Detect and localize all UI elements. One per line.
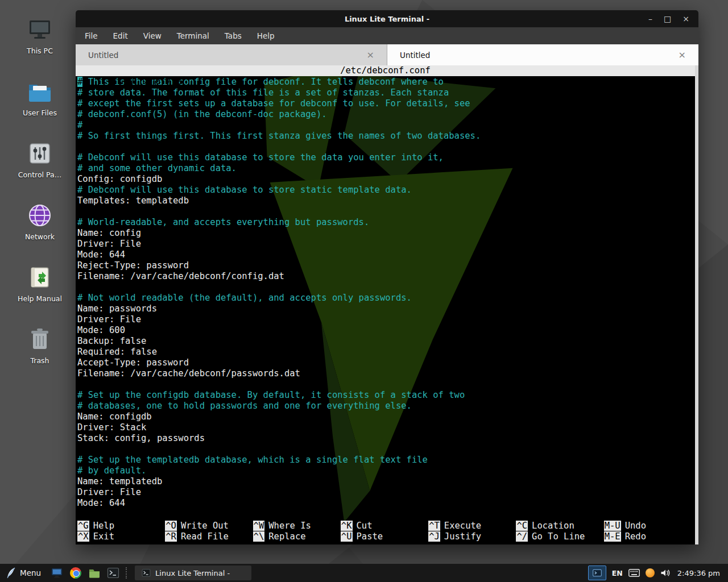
taskbar-clock[interactable]: 2:49:36 pm xyxy=(676,569,723,577)
window-titlebar[interactable]: Linux Lite Terminal - – □ × xyxy=(76,10,698,27)
terminal-text-line: Mode: 600 xyxy=(77,325,698,336)
terminal-text-line: # debconf.conf(5) (in the debconf-doc pa… xyxy=(77,109,698,120)
taskbar-separator-handle[interactable] xyxy=(126,567,129,579)
shortcut-label: Help xyxy=(93,521,114,531)
nano-shortcut[interactable]: ^OWrite Out xyxy=(165,521,253,531)
menu-item[interactable]: View xyxy=(143,31,162,40)
task-button-label: Linux Lite Terminal - xyxy=(155,569,230,577)
nano-shortcut[interactable]: ^TExecute xyxy=(428,521,516,531)
terminal-text-line xyxy=(77,142,698,152)
keyboard-icon[interactable] xyxy=(628,569,640,577)
display-launcher-icon[interactable] xyxy=(50,566,64,580)
terminal-scrollbar[interactable] xyxy=(695,65,698,544)
desktop-icon-label: Control Pa… xyxy=(18,171,61,179)
shortcut-key: M-U xyxy=(604,521,621,531)
window-title: Linux Lite Terminal - xyxy=(76,15,698,23)
nano-buffer: # This is the main config file for debco… xyxy=(76,76,698,509)
terminal-text-line: # Set up the templatedb database, which … xyxy=(77,455,698,465)
desktop-icon-help-manual[interactable]: Help Manual xyxy=(10,264,69,303)
linux-lite-feather-icon xyxy=(6,567,16,579)
file-manager-icon[interactable] xyxy=(88,566,101,580)
nano-shortcut[interactable]: ^GHelp xyxy=(77,521,165,531)
taskbar-window-button[interactable]: Linux Lite Terminal - xyxy=(135,566,251,580)
terminal-text-line: Config: configdb xyxy=(77,174,698,185)
taskbar: Menu xyxy=(0,564,728,582)
terminal-text-line: Mode: 644 xyxy=(77,250,698,260)
desktop-icon-control-panel[interactable]: Control Pa… xyxy=(10,140,69,179)
shortcut-label: Go To Line xyxy=(532,531,585,542)
terminal-text-line: Name: config xyxy=(77,228,698,239)
terminal-text-line: Mode: 644 xyxy=(77,498,698,509)
nano-shortcut[interactable]: ^RRead File xyxy=(165,531,253,542)
maximize-button[interactable]: □ xyxy=(664,10,671,27)
nano-shortcut[interactable]: ^CLocation xyxy=(516,521,603,531)
tab-close-icon[interactable]: × xyxy=(367,51,374,60)
shortcut-key: ^W xyxy=(253,521,265,531)
desktop-icon-label: Help Manual xyxy=(18,294,62,303)
desktop-icon-label: This PC xyxy=(27,47,53,55)
menu-item[interactable]: Edit xyxy=(113,31,128,40)
terminal-text-line: Name: passwords xyxy=(77,304,698,314)
tray-terminal-icon[interactable] xyxy=(588,566,606,580)
nano-filename: /etc/debconf.conf xyxy=(76,65,695,76)
desktop-icon-user-files[interactable]: User Files xyxy=(10,78,69,117)
tab-label: Untitled xyxy=(400,51,430,60)
shortcut-key: ^K xyxy=(341,521,353,531)
control-panel-icon xyxy=(26,140,53,167)
terminal-tab[interactable]: Untitled × xyxy=(76,44,387,65)
menu-item[interactable]: Tabs xyxy=(225,31,242,40)
nano-shortcut[interactable]: ^XExit xyxy=(77,531,165,542)
terminal-text-line: Driver: File xyxy=(77,487,698,498)
terminal-tab[interactable]: Untitled × xyxy=(387,44,698,65)
nano-shortcut[interactable]: ^JJustify xyxy=(428,531,516,542)
shortcut-label: Read File xyxy=(181,531,229,542)
terminal-text-line xyxy=(77,282,698,293)
shortcut-key: ^G xyxy=(77,521,89,531)
nano-shortcut[interactable]: ^KCut xyxy=(341,521,428,531)
nano-shortcut[interactable]: ^WWhere Is xyxy=(253,521,341,531)
nano-shortcut[interactable]: M-UUndo xyxy=(604,521,692,531)
desktop-icon-this-pc[interactable]: This PC xyxy=(10,16,69,55)
menu-item[interactable]: File xyxy=(85,31,98,40)
terminal-text-line: Stack: config, passwords xyxy=(77,433,698,444)
desktop-icon-trash[interactable]: Trash xyxy=(10,326,69,365)
terminal-text-line: # Debconf will use this database to stor… xyxy=(77,185,698,196)
shortcut-key: ^X xyxy=(77,531,89,542)
close-button[interactable]: × xyxy=(682,10,689,27)
chrome-browser-icon[interactable] xyxy=(69,566,82,580)
desktop-icon-network[interactable]: Network xyxy=(10,202,69,241)
desktop-icon-label: Trash xyxy=(30,356,49,365)
nano-shortcut[interactable]: ^UPaste xyxy=(341,531,428,542)
nano-shortcut[interactable]: ^\Replace xyxy=(253,531,341,542)
window-controls: – □ × xyxy=(648,10,698,27)
nano-shortcut[interactable]: M-ERedo xyxy=(604,531,692,542)
nano-version: GNU nano 7.2 xyxy=(107,76,182,86)
system-tray: EN 2:49:36 pm xyxy=(588,566,723,580)
globe-icon xyxy=(26,202,53,229)
menu-bar: File Edit View Terminal Tabs Help xyxy=(76,27,698,44)
nano-editor[interactable]: GNU nano 7.2 /etc/debconf.conf # This is… xyxy=(76,65,698,544)
start-menu-button[interactable]: Menu xyxy=(3,566,46,580)
nano-shortcut[interactable]: ^/Go To Line xyxy=(516,531,603,542)
shortcut-key: ^R xyxy=(165,531,177,542)
menu-item[interactable]: Help xyxy=(257,31,275,40)
shortcut-label: Paste xyxy=(357,531,383,542)
shortcut-label: Undo xyxy=(625,521,646,531)
desktop-icon-label: User Files xyxy=(23,109,57,117)
keyboard-layout-indicator[interactable]: EN xyxy=(612,569,623,577)
desktop-icon-column: This PC User Files Control Pa… xyxy=(10,16,69,365)
shortcut-key: ^C xyxy=(516,521,528,531)
terminal-text-line: # databases, one to hold passwords and o… xyxy=(77,401,698,411)
shortcut-label: Execute xyxy=(444,521,481,531)
shortcut-label: Cut xyxy=(357,521,373,531)
shortcut-label: Where Is xyxy=(268,521,311,531)
menu-item[interactable]: Terminal xyxy=(177,31,209,40)
terminal-text-line: # store data. The format of this file is… xyxy=(77,88,698,98)
volume-icon[interactable] xyxy=(660,568,671,577)
updates-tray-icon[interactable] xyxy=(646,568,655,577)
tab-close-icon[interactable]: × xyxy=(679,51,686,60)
terminal-text-line: Filename: /var/cache/debconf/config.dat xyxy=(77,271,698,282)
minimize-button[interactable]: – xyxy=(648,10,652,27)
terminal-launcher-icon[interactable] xyxy=(106,566,120,580)
menu-button-label: Menu xyxy=(20,568,41,577)
